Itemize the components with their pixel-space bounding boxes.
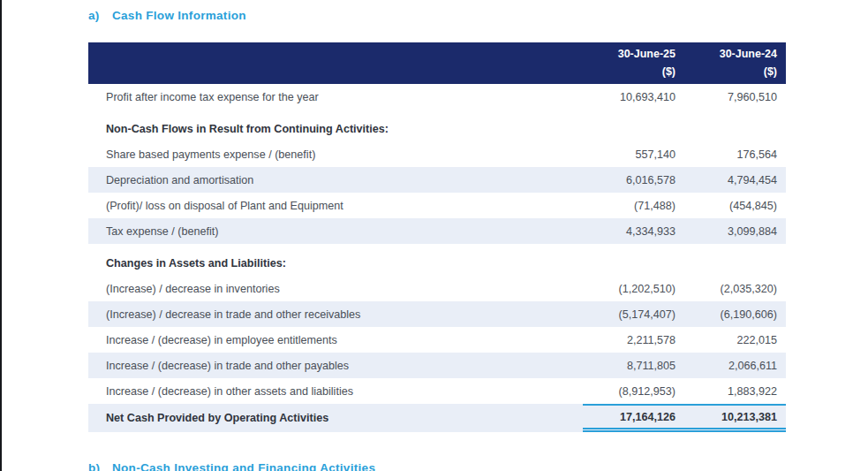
row-label: (Increase) / decrease in trade and other… <box>88 308 583 321</box>
column-header-fy24: 30-June-24 ($) <box>684 46 786 80</box>
row-value-fy24: 10,213,381 <box>684 404 786 432</box>
row-label: (Profit)/ loss on disposal of Plant and … <box>88 200 583 212</box>
row-value-fy24: 7,960,510 <box>684 91 786 103</box>
row-value-fy24: 2,066,611 <box>684 360 786 372</box>
row-value-fy24: 222,015 <box>684 334 786 346</box>
table-body: Profit after income tax expense for the … <box>88 84 786 432</box>
table-row: Share based payments expense / (benefit)… <box>88 141 786 167</box>
row-value-fy25: 6,016,578 <box>583 174 684 186</box>
row-value-fy24: (454,845) <box>684 200 786 212</box>
table-header-row: 30-June-25 ($) 30-June-24 ($) <box>88 42 786 84</box>
table-group-row: Changes in Assets and Liabilities: <box>88 250 786 276</box>
section-a-label: a) <box>88 9 112 22</box>
row-label: (Increase) / decrease in inventories <box>88 283 583 295</box>
table-spacer-row <box>88 244 786 250</box>
table-row: Tax expense / (benefit)4,334,9333,099,88… <box>88 218 786 244</box>
row-label: Changes in Assets and Liabilities: <box>88 257 583 270</box>
row-value-fy24: (2,035,320) <box>684 283 786 295</box>
table-total-row: Net Cash Provided by Operating Activitie… <box>88 404 786 432</box>
row-label: Depreciation and amortisation <box>88 174 583 186</box>
cash-flow-table: 30-June-25 ($) 30-June-24 ($) Profit aft… <box>88 42 786 432</box>
row-value-fy24: 3,099,884 <box>684 225 786 238</box>
row-label: Non-Cash Flows in Result from Continuing… <box>88 123 583 135</box>
row-label: Increase / (decrease) in employee entitl… <box>88 334 583 346</box>
column-unit: ($) <box>583 64 676 80</box>
row-value-fy24: 176,564 <box>684 148 786 161</box>
section-a-title: Cash Flow Information <box>112 9 246 22</box>
column-period: 30-June-24 <box>684 46 777 63</box>
column-period: 30-June-25 <box>583 46 676 63</box>
row-label: Net Cash Provided by Operating Activitie… <box>88 412 583 424</box>
table-spacer-row <box>88 110 786 116</box>
table-group-row: Non-Cash Flows in Result from Continuing… <box>88 116 786 141</box>
column-header-fy25: 30-June-25 ($) <box>583 46 684 80</box>
table-row: (Profit)/ loss on disposal of Plant and … <box>88 193 786 218</box>
section-a-heading: a) Cash Flow Information <box>88 9 786 24</box>
section-b-heading: b) Non-Cash Investing and Financing Acti… <box>88 461 786 471</box>
row-value-fy25: 2,211,578 <box>583 334 684 346</box>
row-value-fy24: (6,190,606) <box>684 308 786 321</box>
row-value-fy25: (71,488) <box>583 200 684 212</box>
row-label: Profit after income tax expense for the … <box>88 91 583 103</box>
column-unit: ($) <box>684 64 777 80</box>
row-value-fy25: 10,693,410 <box>583 91 684 103</box>
document-page: a) Cash Flow Information 30-June-25 ($) … <box>0 0 868 471</box>
row-value-fy25: (1,202,510) <box>583 283 684 295</box>
table-row: Profit after income tax expense for the … <box>88 84 786 110</box>
row-label: Share based payments expense / (benefit) <box>88 148 583 161</box>
row-value-fy25: (8,912,953) <box>583 385 684 398</box>
table-row: Depreciation and amortisation6,016,5784,… <box>88 167 786 193</box>
row-label: Tax expense / (benefit) <box>88 225 583 238</box>
page-left-border <box>0 0 2 471</box>
row-value-fy25: 17,164,126 <box>583 404 684 432</box>
table-row: (Increase) / decrease in inventories(1,2… <box>88 276 786 301</box>
table-row: (Increase) / decrease in trade and other… <box>88 301 786 327</box>
table-row: Increase / (decrease) in employee entitl… <box>88 327 786 353</box>
row-value-fy25: 557,140 <box>583 148 684 161</box>
row-value-fy25: (5,174,407) <box>583 308 684 321</box>
table-row: Increase / (decrease) in other assets an… <box>88 378 786 404</box>
page-content: a) Cash Flow Information 30-June-25 ($) … <box>88 9 786 471</box>
row-value-fy25: 8,711,805 <box>583 360 684 372</box>
row-value-fy24: 4,794,454 <box>684 174 786 186</box>
row-label: Increase / (decrease) in trade and other… <box>88 360 583 372</box>
row-label: Increase / (decrease) in other assets an… <box>88 385 583 398</box>
section-b-title: Non-Cash Investing and Financing Activit… <box>112 461 375 471</box>
section-b-label: b) <box>88 461 112 471</box>
table-row: Increase / (decrease) in trade and other… <box>88 353 786 378</box>
row-value-fy25: 4,334,933 <box>583 225 684 238</box>
row-value-fy24: 1,883,922 <box>684 385 786 398</box>
